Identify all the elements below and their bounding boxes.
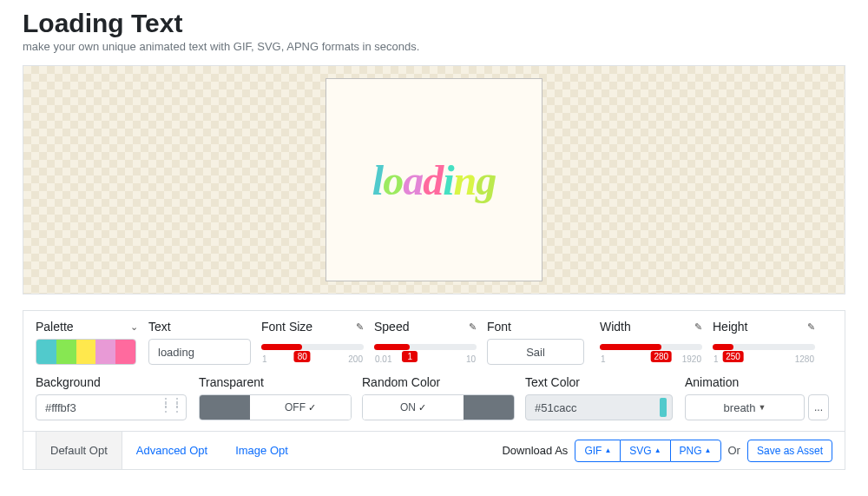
speed-label: Speed — [374, 320, 409, 334]
fontsize-label: Font Size — [261, 320, 312, 334]
tab-image-opt[interactable]: Image Opt — [221, 432, 302, 469]
page-title: Loading Text — [23, 9, 845, 38]
transparent-label: Transparent — [199, 375, 264, 389]
check-icon: ✓ — [418, 402, 426, 413]
caret-up-icon: ▲ — [604, 446, 611, 454]
height-label: Height — [713, 320, 747, 334]
randomcolor-label: Random Color — [362, 375, 440, 389]
tab-default-opt[interactable]: Default Opt — [36, 431, 122, 469]
pencil-icon[interactable]: ✎ — [469, 321, 477, 333]
font-label: Font — [487, 320, 511, 334]
fontsize-slider[interactable]: 80 1200 — [261, 339, 364, 365]
caret-up-icon: ▲ — [654, 446, 661, 454]
animation-label: Animation — [685, 375, 739, 389]
animation-select[interactable]: breath▼ — [685, 394, 805, 420]
caret-up-icon: ▲ — [705, 446, 712, 454]
pencil-icon[interactable]: ✎ — [694, 321, 702, 333]
download-gif-button[interactable]: GIF▲ — [575, 440, 621, 462]
width-slider[interactable]: 280 11920 — [600, 339, 702, 365]
download-as-label: Download As — [502, 444, 568, 457]
font-select[interactable]: Sail — [487, 339, 584, 365]
text-label: Text — [148, 320, 171, 334]
width-label: Width — [600, 320, 631, 334]
preview-area: loading — [23, 65, 845, 294]
save-as-asset-button[interactable]: Save as Asset — [747, 440, 832, 462]
pencil-icon[interactable]: ✎ — [807, 321, 815, 333]
check-icon: ✓ — [308, 402, 316, 413]
transparent-toggle[interactable]: OFF✓ — [199, 394, 352, 420]
caret-down-icon: ▼ — [758, 403, 766, 412]
preview-text: loading — [372, 156, 496, 204]
grip-icon: ⋮⋮⋮⋮ — [161, 400, 183, 410]
chevron-down-icon[interactable]: ⌄ — [130, 321, 138, 333]
page-subtitle: make your own unique animated text with … — [23, 40, 845, 53]
color-swatch — [660, 398, 667, 417]
controls-panel: Palette⌄ Text Font Size✎ 80 1200 Speed✎ — [23, 310, 845, 470]
animation-more-button[interactable]: ... — [808, 394, 829, 420]
height-slider[interactable]: 250 11280 — [713, 339, 815, 365]
textcolor-input[interactable]: #51cacc — [525, 394, 673, 420]
download-svg-button[interactable]: SVG▲ — [621, 440, 669, 462]
text-input[interactable] — [148, 339, 251, 365]
palette-picker[interactable] — [36, 339, 136, 365]
download-png-button[interactable]: PNG▲ — [670, 440, 721, 462]
speed-slider[interactable]: 1 0.0110 — [374, 339, 477, 365]
pencil-icon[interactable]: ✎ — [356, 321, 364, 333]
tab-advanced-opt[interactable]: Advanced Opt — [122, 432, 221, 469]
preview-canvas: loading — [326, 78, 542, 281]
textcolor-label: Text Color — [525, 375, 580, 389]
or-label: Or — [728, 444, 740, 457]
palette-label: Palette — [36, 320, 74, 334]
randomcolor-toggle[interactable]: ON✓ — [362, 394, 515, 420]
background-label: Background — [36, 375, 101, 389]
